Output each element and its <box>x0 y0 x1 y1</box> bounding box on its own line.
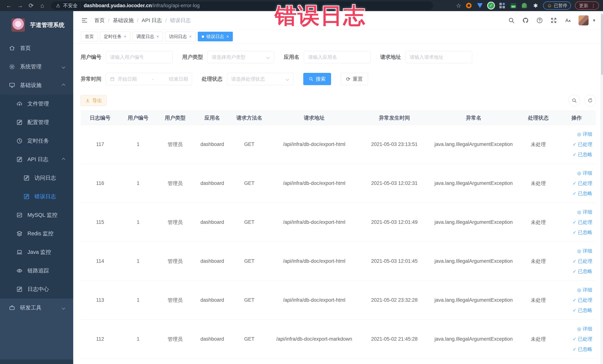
detail-link[interactable]: 详细 <box>577 287 592 293</box>
paused-badge[interactable]: 已暂停 <box>543 1 571 10</box>
page-content: 用户编号 用户类型 请选择用户类型 应用名 请求地址 <box>73 44 603 359</box>
search-icon[interactable] <box>508 17 515 24</box>
app-logo-row[interactable]: 芋道管理系统 <box>0 11 73 39</box>
cell-request-url: /api/infra/db-doc/export-markdown <box>268 320 360 359</box>
breadcrumb-separator: / <box>165 17 167 23</box>
gear-icon <box>9 64 15 70</box>
mark-processed-link[interactable]: 已处理 <box>573 219 592 225</box>
blue-shield-extension-icon[interactable] <box>476 2 483 9</box>
sidebar-item-redis-monitor[interactable]: Redis 监控 <box>0 224 73 243</box>
cell-user-type: 管理员 <box>157 242 194 281</box>
log-icon <box>23 175 30 181</box>
sidebar-item-dev-tools[interactable]: 研发工具 <box>0 299 73 317</box>
cell-log-id: 115 <box>81 203 120 242</box>
mark-ignored-link[interactable]: 已忽略 <box>573 268 592 275</box>
mark-processed-link[interactable]: 已处理 <box>573 297 592 303</box>
close-icon[interactable]: × <box>156 34 159 39</box>
address-bar[interactable]: 不安全 dashboard.yudao.iocoder.cn/infra/log… <box>51 1 433 10</box>
table-header-row: 日志编号 用户编号 用户类型 应用名 请求方法名 请求地址 异常发生时间 异常名… <box>81 111 596 125</box>
sidebar-item-trace[interactable]: 链路追踪 <box>0 261 73 280</box>
tab-home[interactable]: 首页 <box>81 32 98 41</box>
page-scrollbar[interactable] <box>601 11 603 364</box>
close-icon[interactable]: × <box>189 34 192 39</box>
detail-link[interactable]: 详细 <box>577 248 592 254</box>
user-id-input[interactable] <box>106 51 173 63</box>
scrollbar-thumb[interactable] <box>601 14 603 75</box>
sidebar-item-infrastructure[interactable]: 基础设施 <box>0 76 73 94</box>
eye-icon <box>16 268 23 274</box>
cell-exception-name: java.lang.IllegalArgumentException <box>428 203 519 242</box>
mark-ignored-link[interactable]: 已忽略 <box>573 190 592 197</box>
github-icon[interactable] <box>522 17 529 24</box>
table-row: 115 1 管理员 dashboard GET /api/infra/db-do… <box>81 203 596 242</box>
mark-ignored-link[interactable]: 已忽略 <box>573 346 592 352</box>
fullscreen-icon[interactable] <box>550 17 557 24</box>
mark-ignored-link[interactable]: 已忽略 <box>573 307 592 314</box>
mark-processed-link[interactable]: 已处理 <box>573 336 592 342</box>
sidebar-item-config-management[interactable]: 配置管理 <box>0 113 73 132</box>
font-size-icon[interactable] <box>564 17 571 24</box>
search-button[interactable]: 搜索 <box>303 73 331 85</box>
sidebar-item-error-log[interactable]: 错误日志 <box>0 187 73 206</box>
browser-back-icon[interactable] <box>4 1 14 10</box>
user-type-select[interactable]: 请选择用户类型 <box>208 51 274 63</box>
bookmark-star-icon[interactable] <box>456 2 461 9</box>
breadcrumb-item[interactable]: 基础设施 <box>113 17 134 24</box>
detail-link[interactable]: 详细 <box>577 170 592 176</box>
sidebar-item-scheduled-tasks[interactable]: 定时任务 <box>0 132 73 150</box>
action-label: 已处理 <box>578 297 592 303</box>
grid-extension-icon[interactable] <box>499 2 506 9</box>
mark-processed-link[interactable]: 已处理 <box>573 180 592 187</box>
exception-time-range-picker[interactable]: 开始日期 - 结束日期 <box>106 73 192 85</box>
on-switch-extension-icon[interactable]: on <box>510 2 517 9</box>
detail-link[interactable]: 详细 <box>577 131 592 137</box>
plant-extension-icon[interactable] <box>521 2 528 9</box>
toggle-search-button[interactable] <box>568 95 580 106</box>
tab-access-log[interactable]: 访问日志 × <box>165 32 196 41</box>
close-icon[interactable]: × <box>124 34 127 39</box>
request-url-input[interactable] <box>406 51 472 63</box>
puzzle-extension-icon[interactable] <box>532 2 539 9</box>
sidebar-item-log-center[interactable]: 日志中心 <box>0 280 73 299</box>
process-status-select[interactable]: 请选择处理状态 <box>227 73 294 85</box>
mark-ignored-link[interactable]: 已忽略 <box>573 229 592 236</box>
green-check-extension-icon[interactable]: ✓ <box>487 2 495 9</box>
export-button[interactable]: 导出 <box>81 95 107 106</box>
check-icon <box>573 141 576 147</box>
refresh-table-button[interactable] <box>584 95 596 106</box>
browser-reload-icon[interactable] <box>26 1 36 10</box>
sidebar-collapse-button[interactable] <box>81 17 88 24</box>
breadcrumb-item[interactable]: 首页 <box>94 17 105 24</box>
sidebar-item-java-monitor[interactable]: Java 监控 <box>0 243 73 261</box>
browser-home-icon[interactable] <box>37 1 47 10</box>
reset-button[interactable]: 重置 <box>341 73 368 85</box>
sidebar-item-mysql-monitor[interactable]: MySQL 监控 <box>0 206 73 224</box>
breadcrumb-item[interactable]: API 日志 <box>142 17 162 24</box>
tab-label: 调度日志 <box>136 34 154 39</box>
kebab-menu-icon[interactable] <box>591 3 596 8</box>
help-icon[interactable] <box>536 17 543 24</box>
user-avatar[interactable] <box>579 15 589 25</box>
detail-link[interactable]: 详细 <box>577 209 592 215</box>
cell-user-id: 1 <box>120 164 157 203</box>
user-type-label: 用户类型 <box>182 54 203 61</box>
app-name-input[interactable] <box>304 51 371 63</box>
avatar-caret-icon[interactable] <box>593 18 595 23</box>
detail-link[interactable]: 详细 <box>577 326 592 332</box>
tab-dispatch-log[interactable]: 调度日志 × <box>133 32 163 41</box>
sidebar-item-access-log[interactable]: 访问日志 <box>0 169 73 187</box>
browser-forward-icon[interactable] <box>15 1 25 10</box>
user-id-label: 用户编号 <box>81 54 101 61</box>
sidebar-item-home[interactable]: 首页 <box>0 39 73 58</box>
orange-ring-extension-icon[interactable] <box>465 2 472 9</box>
sidebar-item-system-management[interactable]: 系统管理 <box>0 58 73 76</box>
browser-update-button[interactable]: 更新 <box>575 1 599 10</box>
mark-processed-link[interactable]: 已处理 <box>573 258 592 264</box>
sidebar-item-file-management[interactable]: 文件管理 <box>0 94 73 113</box>
mark-ignored-link[interactable]: 已忽略 <box>573 151 592 158</box>
mark-processed-link[interactable]: 已处理 <box>573 141 592 148</box>
tab-error-log[interactable]: 错误日志 × <box>198 32 233 41</box>
sidebar-item-api-log[interactable]: API 日志 <box>0 150 73 169</box>
tab-scheduled-tasks[interactable]: 定时任务 × <box>100 32 130 41</box>
close-icon[interactable]: × <box>226 34 229 39</box>
